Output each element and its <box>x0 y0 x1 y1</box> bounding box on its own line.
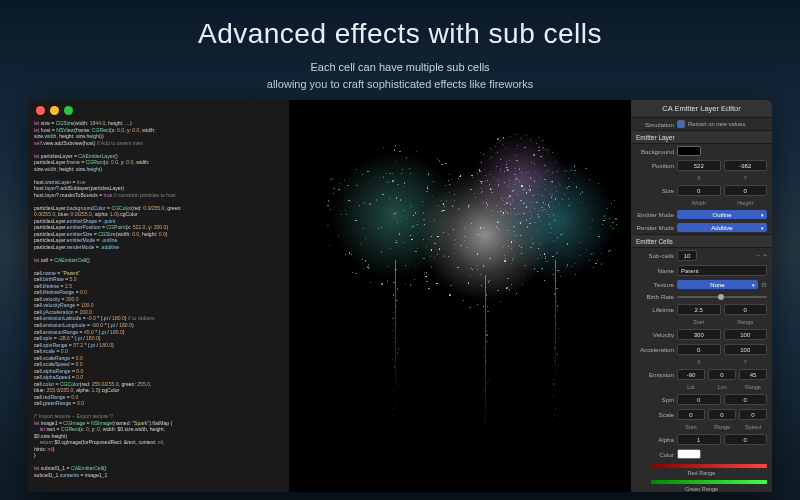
lifetime-start-field[interactable]: 2.5 <box>677 304 721 315</box>
app-window: let size = CGSize(width: 1844.0, height:… <box>28 100 772 492</box>
window-controls <box>36 106 73 115</box>
position-label: Position <box>636 162 674 169</box>
zoom-icon[interactable] <box>64 106 73 115</box>
size-height-field[interactable]: 0 <box>724 185 768 196</box>
name-label: Name <box>636 267 674 274</box>
fireworks-render <box>290 100 630 492</box>
alpha-speed-field[interactable]: 0 <box>724 434 768 445</box>
code-editor[interactable]: let size = CGSize(width: 1844.0, height:… <box>28 100 290 492</box>
close-icon[interactable] <box>36 106 45 115</box>
inspector-panel: CA Emitter Layer Editor Simulation Resta… <box>630 100 772 492</box>
lifetime-range-field[interactable]: 0 <box>724 304 768 315</box>
minimize-icon[interactable] <box>50 106 59 115</box>
emission-range-field[interactable]: 45 <box>739 369 767 380</box>
spin-range-field[interactable]: 0 <box>724 394 768 405</box>
birthrate-label: Birth Rate <box>636 293 674 300</box>
green-range-label: Green Range <box>631 486 772 492</box>
alpha-label: Alpha <box>636 436 674 443</box>
velocity-range-field[interactable]: 100 <box>724 329 768 340</box>
scale-range-field[interactable]: 0 <box>708 409 736 420</box>
emitter-layer-section: Emitter Layer <box>631 130 772 144</box>
accel-x-field[interactable]: 0 <box>677 344 721 355</box>
alpha-range-field[interactable]: 1 <box>677 434 721 445</box>
inspector-title: CA Emitter Layer Editor <box>631 100 772 118</box>
subhead-line-2: allowing you to craft sophisticated effe… <box>0 76 800 93</box>
scale-label: Scale <box>636 411 674 418</box>
name-field[interactable]: Parent <box>677 265 767 276</box>
green-range-slider[interactable] <box>651 480 767 484</box>
velocity-label: Velocity <box>636 331 674 338</box>
accel-y-field[interactable]: 100 <box>724 344 768 355</box>
scale-start-field[interactable]: 0 <box>677 409 705 420</box>
scale-speed-field[interactable]: 0 <box>739 409 767 420</box>
velocity-start-field[interactable]: 300 <box>677 329 721 340</box>
simulation-label: Simulation <box>636 121 674 128</box>
position-x-field[interactable]: 522 <box>677 160 721 171</box>
texture-label: Texture <box>636 281 674 288</box>
restart-label: Restart on new values <box>688 121 745 127</box>
headline: Advanced effects with sub cells <box>0 18 800 50</box>
emission-lat-field[interactable]: -90 <box>677 369 705 380</box>
birthrate-slider[interactable] <box>677 296 767 298</box>
acceleration-label: Acceleration <box>636 346 674 353</box>
texture-select[interactable]: None <box>677 280 758 289</box>
red-range-slider[interactable] <box>651 464 767 468</box>
spin-label: Spin <box>636 396 674 403</box>
subheadline: Each cell can have multiple sub cells al… <box>0 59 800 92</box>
emission-lon-field[interactable]: 0 <box>708 369 736 380</box>
emitter-mode-label: Emitter Mode <box>636 211 674 218</box>
texture-remove-icon[interactable]: ⊖ <box>761 281 767 289</box>
position-y-field[interactable]: -982 <box>724 160 768 171</box>
restart-checkbox[interactable] <box>677 120 685 128</box>
background-colorwell[interactable] <box>677 146 701 156</box>
remove-cell-button[interactable]: − <box>756 252 760 259</box>
color-colorwell[interactable] <box>677 449 701 459</box>
color-label: Color <box>636 451 674 458</box>
add-cell-button[interactable]: + <box>763 252 767 259</box>
render-mode-label: Render Mode <box>636 224 674 231</box>
subcells-count-field[interactable]: 10 <box>677 250 697 261</box>
subcells-label: Sub-cells <box>636 252 674 259</box>
emission-label: Emission <box>636 371 674 378</box>
emitter-mode-select[interactable]: Outline <box>677 210 767 219</box>
spin-start-field[interactable]: 0 <box>677 394 721 405</box>
background-label: Background <box>636 148 674 155</box>
red-range-label: Red Range <box>631 470 772 477</box>
render-mode-select[interactable]: Additive <box>677 223 767 232</box>
preview-canvas[interactable] <box>290 100 630 492</box>
subhead-line-1: Each cell can have multiple sub cells <box>0 59 800 76</box>
size-width-field[interactable]: 0 <box>677 185 721 196</box>
particle-dots <box>290 100 630 492</box>
size-label: Size <box>636 187 674 194</box>
emitter-cells-section: Emitter Cells <box>631 234 772 248</box>
lifetime-label: Lifetime <box>636 306 674 313</box>
